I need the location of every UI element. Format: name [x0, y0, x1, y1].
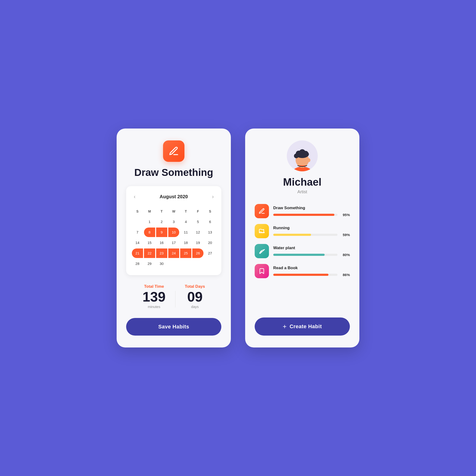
create-habit-button[interactable]: + Create Habit — [255, 318, 350, 336]
total-days-unit: days — [191, 305, 199, 309]
habit-item: Draw Something95% — [255, 204, 350, 218]
habit-name: Draw Something — [273, 206, 350, 210]
app-icon-wrapper — [163, 140, 185, 162]
calendar-empty — [132, 217, 143, 227]
habit-name: Water plant — [273, 246, 350, 250]
calendar-day[interactable]: 10 — [168, 227, 179, 237]
calendar-day[interactable]: 5 — [192, 217, 204, 227]
habit-item: Running59% — [255, 224, 350, 238]
habit-name: Running — [273, 226, 350, 230]
progress-bar-fill — [273, 254, 325, 256]
calendar-day[interactable]: 27 — [204, 249, 216, 258]
calendar-day-header: T — [180, 206, 191, 216]
calendar-day-header: T — [156, 206, 167, 216]
calendar-day-header: S — [204, 206, 216, 216]
left-card: Draw Something ‹ August 2020 › SMTWTFS12… — [117, 129, 231, 347]
habit-info: Draw Something95% — [273, 206, 350, 217]
profile-name: Michael — [283, 176, 321, 188]
calendar-day[interactable]: 7 — [132, 227, 143, 237]
next-month-button[interactable]: › — [210, 193, 216, 201]
total-days-label: Total Days — [185, 284, 205, 289]
total-time-label: Total Time — [144, 284, 164, 289]
total-days-value: 09 — [187, 290, 203, 304]
avatar-illustration — [287, 140, 318, 171]
calendar-day[interactable]: 21 — [132, 249, 143, 258]
habit-icon-bookmark — [255, 264, 269, 278]
habit-item: Water plant80% — [255, 244, 350, 258]
app-title: Draw Something — [134, 167, 213, 178]
progress-bar-bg — [273, 234, 338, 236]
progress-row: 59% — [273, 233, 350, 237]
calendar-day[interactable]: 8 — [144, 227, 155, 237]
plus-icon: + — [283, 323, 287, 330]
habit-name: Read a Book — [273, 266, 350, 270]
progress-row: 86% — [273, 273, 350, 277]
calendar-day[interactable]: 30 — [156, 259, 167, 269]
habit-icon-pencil — [255, 204, 269, 218]
calendar-day[interactable]: 14 — [132, 238, 143, 248]
prev-month-button[interactable]: ‹ — [132, 193, 137, 201]
calendar-day[interactable]: 6 — [204, 217, 216, 227]
habit-icon-leaf — [255, 244, 269, 258]
progress-row: 95% — [273, 213, 350, 217]
progress-bar-fill — [273, 234, 311, 236]
total-days-block: Total Days 09 days — [185, 284, 205, 309]
habit-info: Running59% — [273, 226, 350, 237]
calendar-day-header: W — [168, 206, 179, 216]
calendar-empty — [168, 259, 179, 269]
calendar-day-header: M — [144, 206, 155, 216]
calendar-day[interactable]: 16 — [156, 238, 167, 248]
habit-info: Read a Book86% — [273, 266, 350, 277]
habit-item: Read a Book86% — [255, 264, 350, 278]
calendar-day[interactable]: 29 — [144, 259, 155, 269]
habits-list: Draw Something95%Running59%Water plant80… — [255, 204, 350, 308]
total-time-block: Total Time 139 minutes — [143, 284, 166, 309]
progress-bar-fill — [273, 274, 328, 276]
calendar-grid: SMTWTFS123456789101112131415161718192021… — [132, 206, 216, 269]
progress-percentage: 95% — [340, 213, 350, 217]
calendar-day[interactable]: 1 — [144, 217, 155, 227]
calendar-day[interactable]: 24 — [168, 249, 179, 258]
progress-bar-bg — [273, 214, 338, 216]
progress-percentage: 86% — [340, 273, 350, 277]
calendar-day[interactable]: 9 — [156, 227, 167, 237]
calendar-day-header: F — [192, 206, 204, 216]
calendar-day[interactable]: 20 — [204, 238, 216, 248]
calendar-day[interactable]: 12 — [192, 227, 204, 237]
calendar-day[interactable]: 11 — [180, 227, 191, 237]
progress-percentage: 80% — [340, 253, 350, 257]
save-habits-button[interactable]: Save Habits — [126, 318, 221, 336]
svg-point-7 — [304, 151, 308, 156]
profile-role: Artist — [297, 189, 307, 194]
right-card: Michael Artist Draw Something95%Running5… — [245, 129, 359, 347]
calendar-day[interactable]: 3 — [168, 217, 179, 227]
progress-bar-bg — [273, 274, 338, 276]
pencil-icon — [169, 146, 179, 156]
calendar-day[interactable]: 26 — [192, 249, 204, 258]
calendar-header: ‹ August 2020 › — [132, 193, 216, 201]
progress-percentage: 59% — [340, 233, 350, 237]
calendar-day[interactable]: 4 — [180, 217, 191, 227]
total-time-unit: minutes — [148, 305, 160, 309]
calendar-day[interactable]: 15 — [144, 238, 155, 248]
stats-row: Total Time 139 minutes Total Days 09 day… — [143, 284, 205, 309]
avatar — [287, 140, 318, 171]
progress-bar-fill — [273, 214, 334, 216]
stat-divider — [175, 291, 175, 307]
calendar-day[interactable]: 2 — [156, 217, 167, 227]
calendar-day[interactable]: 13 — [204, 227, 216, 237]
calendar-day[interactable]: 17 — [168, 238, 179, 248]
calendar-day-header: S — [132, 206, 143, 216]
calendar-day[interactable]: 22 — [144, 249, 155, 258]
calendar-day[interactable]: 23 — [156, 249, 167, 258]
calendar-day[interactable]: 28 — [132, 259, 143, 269]
calendar-empty — [204, 259, 216, 269]
habit-info: Water plant80% — [273, 246, 350, 257]
calendar-day[interactable]: 18 — [180, 238, 191, 248]
calendar-empty — [192, 259, 204, 269]
calendar-day[interactable]: 25 — [180, 249, 191, 258]
create-habit-label: Create Habit — [290, 323, 322, 330]
svg-point-8 — [307, 158, 310, 162]
calendar: ‹ August 2020 › SMTWTFS12345678910111213… — [126, 186, 221, 275]
calendar-day[interactable]: 19 — [192, 238, 204, 248]
